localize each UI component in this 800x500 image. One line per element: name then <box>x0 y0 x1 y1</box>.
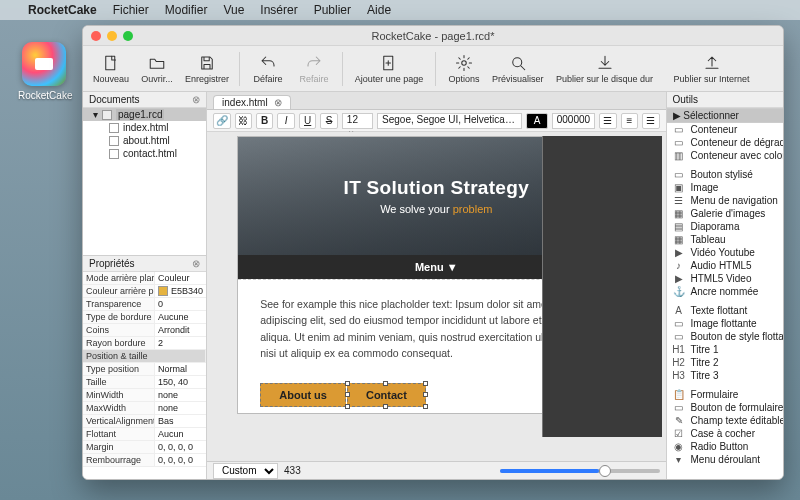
publish-local-button[interactable]: Publier sur le disque dur <box>550 48 660 90</box>
tool-item[interactable]: ▦Galerie d'images <box>667 207 783 220</box>
about-button[interactable]: About us <box>260 383 346 407</box>
resize-handle[interactable] <box>345 392 350 397</box>
color-swatch[interactable] <box>158 286 168 296</box>
tool-item[interactable]: ▭Image flottante <box>667 317 783 330</box>
unlink-button[interactable]: ⛓ <box>235 113 252 129</box>
tool-item[interactable]: ▶HTML5 Video <box>667 272 783 285</box>
property-row[interactable]: CoinsArrondit <box>83 324 206 337</box>
numbered-button[interactable]: ≡ <box>621 113 638 129</box>
menu-inserer[interactable]: Insérer <box>260 3 297 17</box>
tool-select[interactable]: ▶ Sélectionner <box>667 108 783 123</box>
save-button[interactable]: Enregistrer <box>181 48 233 90</box>
slider-thumb[interactable] <box>599 465 611 477</box>
property-row[interactable]: Rayon bordure2 <box>83 337 206 350</box>
tool-item[interactable]: ▭Bouton de formulaire <box>667 401 783 414</box>
prop-value[interactable]: Aucune <box>155 311 206 323</box>
preview-button[interactable]: Prévisualiser <box>488 48 548 90</box>
tool-item[interactable]: H3Titre 3 <box>667 369 783 382</box>
resize-handle[interactable] <box>383 381 388 386</box>
resize-handle[interactable] <box>345 381 350 386</box>
align-button[interactable]: ☰ <box>642 113 659 129</box>
app-name[interactable]: RocketCake <box>28 3 97 17</box>
tab-index[interactable]: index.html⊗ <box>213 95 291 109</box>
resize-handle[interactable] <box>423 392 428 397</box>
tool-item[interactable]: ▭Conteneur <box>667 123 783 136</box>
tool-item[interactable]: ▦Tableau <box>667 233 783 246</box>
desktop-app-icon[interactable]: RocketCake <box>18 42 70 101</box>
add-page-button[interactable]: Ajouter une page <box>349 48 429 90</box>
property-row[interactable]: Rembourrage0, 0, 0, 0 <box>83 454 206 467</box>
resize-handle[interactable] <box>423 381 428 386</box>
minimize-icon[interactable] <box>107 31 117 41</box>
contact-button[interactable]: Contact <box>347 383 426 407</box>
color-hex-field[interactable]: 000000 <box>552 113 595 129</box>
close-panel-icon[interactable]: ⊗ <box>192 258 200 269</box>
property-row[interactable]: Type positionNormal <box>83 363 206 376</box>
link-button[interactable]: 🔗 <box>213 113 230 129</box>
prop-value[interactable]: E5B340 <box>155 285 206 297</box>
tool-item[interactable]: ATexte flottant <box>667 304 783 317</box>
menu-modifier[interactable]: Modifier <box>165 3 208 17</box>
tool-item[interactable]: ▥Conteneur avec colonnes <box>667 149 783 162</box>
options-button[interactable]: Options <box>442 48 486 90</box>
redo-button[interactable]: Refaire <box>292 48 336 90</box>
tool-item[interactable]: H1Titre 1 <box>667 343 783 356</box>
tool-item[interactable]: 📋Formulaire <box>667 388 783 401</box>
tool-item[interactable]: H2Titre 2 <box>667 356 783 369</box>
property-row[interactable]: Mode arrière planCouleur <box>83 272 206 285</box>
tool-item[interactable]: ♪Audio HTML5 <box>667 259 783 272</box>
prop-value[interactable]: none <box>155 389 206 401</box>
open-button[interactable]: Ouvrir... <box>135 48 179 90</box>
resize-handle[interactable] <box>383 404 388 409</box>
width-slider[interactable] <box>500 469 660 473</box>
tool-item[interactable]: ▤Diaporama <box>667 220 783 233</box>
font-size-select[interactable]: 12 ⌄ <box>342 113 373 129</box>
close-icon[interactable] <box>91 31 101 41</box>
property-row[interactable]: MaxWidthnone <box>83 402 206 415</box>
tool-item[interactable]: ☑Case à cocher <box>667 427 783 440</box>
prop-value[interactable]: Couleur <box>155 272 206 284</box>
property-row[interactable]: Type de bordureAucune <box>83 311 206 324</box>
tool-item[interactable]: ▶Vidéo Youtube <box>667 246 783 259</box>
tool-item[interactable]: ✎Champ texte éditable <box>667 414 783 427</box>
properties-grid[interactable]: Mode arrière planCouleurCouleur arrière … <box>83 272 206 479</box>
prop-value[interactable]: Bas <box>155 415 206 427</box>
tool-item[interactable]: ⚓Ancre nommée <box>667 285 783 298</box>
doc-root[interactable]: ▾page1.rcd <box>83 108 206 121</box>
text-color-button[interactable]: A <box>526 113 547 129</box>
property-row[interactable]: Taille150, 40 <box>83 376 206 389</box>
bold-button[interactable]: B <box>256 113 273 129</box>
close-panel-icon[interactable]: ⊗ <box>192 94 200 105</box>
property-row[interactable]: Couleur arrière planE5B340 <box>83 285 206 298</box>
menu-aide[interactable]: Aide <box>367 3 391 17</box>
tool-item[interactable]: ▭Bouton stylisé <box>667 168 783 181</box>
tool-item[interactable]: ▭Conteneur de dégradé <box>667 136 783 149</box>
doc-item[interactable]: contact.html <box>83 147 206 160</box>
prop-value[interactable]: Arrondit <box>155 324 206 336</box>
doc-item[interactable]: index.html <box>83 121 206 134</box>
resize-handle[interactable] <box>423 404 428 409</box>
prop-value[interactable]: Normal <box>155 363 206 375</box>
tool-item[interactable]: ▾Menu déroulant <box>667 453 783 466</box>
publish-net-button[interactable]: Publier sur Internet <box>662 48 762 90</box>
font-family-select[interactable]: Segoe, Segoe UI, Helvetica Neue ⌄ <box>377 113 522 129</box>
prop-value[interactable]: Aucun <box>155 428 206 440</box>
tools-list[interactable]: ▭Conteneur▭Conteneur de dégradé▥Conteneu… <box>667 123 783 479</box>
bullets-button[interactable]: ☰ <box>599 113 616 129</box>
tool-item[interactable]: ▭Bouton de style flottant <box>667 330 783 343</box>
italic-button[interactable]: I <box>277 113 294 129</box>
close-tab-icon[interactable]: ⊗ <box>274 97 282 108</box>
prop-value[interactable]: 150, 40 <box>155 376 206 388</box>
breakpoint-select[interactable]: Custom <box>213 463 278 479</box>
property-row[interactable]: Transparence0 <box>83 298 206 311</box>
menu-fichier[interactable]: Fichier <box>113 3 149 17</box>
tool-item[interactable]: ▣Image <box>667 181 783 194</box>
underline-button[interactable]: U <box>299 113 316 129</box>
menu-publier[interactable]: Publier <box>314 3 351 17</box>
prop-value[interactable]: 2 <box>155 337 206 349</box>
prop-value[interactable]: none <box>155 402 206 414</box>
menu-vue[interactable]: Vue <box>223 3 244 17</box>
tool-item[interactable]: ◉Radio Button <box>667 440 783 453</box>
prop-value[interactable]: 0, 0, 0, 0 <box>155 454 206 466</box>
strike-button[interactable]: S <box>320 113 337 129</box>
